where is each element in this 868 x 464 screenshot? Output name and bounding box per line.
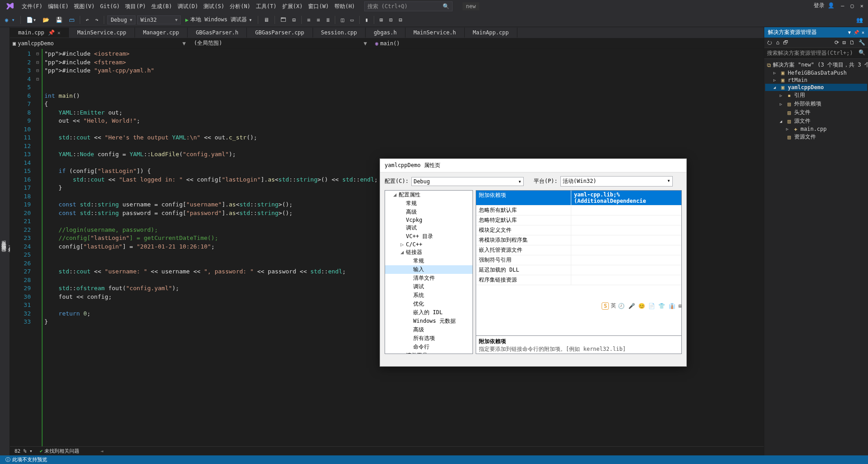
prop-tree-item[interactable]: ▷清单工具 <box>385 351 473 354</box>
tree-item[interactable]: ▷✚main.cpp <box>765 125 867 133</box>
tb-icon-3[interactable]: ⊟ <box>290 15 298 24</box>
redo-button[interactable]: ↷ <box>93 15 101 24</box>
hscroll-left[interactable]: ◄ <box>100 448 103 454</box>
close-panel-icon[interactable]: ✕ <box>862 30 864 35</box>
prop-config-combo[interactable]: Debug▾ <box>411 177 524 186</box>
prop-grid-row[interactable]: 模块定义文件 <box>476 225 681 235</box>
prop-tree-item[interactable]: 高级 <box>385 325 473 334</box>
editor-tab[interactable]: Session.cpp <box>313 28 366 38</box>
refresh-icon[interactable]: ⟳ <box>834 39 839 46</box>
bc-scope[interactable]: (全局范围)▼ <box>194 39 370 47</box>
menu-item[interactable]: 测试(S) <box>201 1 227 11</box>
tree-item[interactable]: ▤头文件 <box>765 108 867 117</box>
fold-column[interactable]: ⊟⊟⊟⊟ <box>36 49 42 446</box>
editor-tab[interactable]: GBGasParser.cpp <box>247 28 313 38</box>
new-file-button[interactable]: 📄▾ <box>24 15 39 24</box>
zoom-level[interactable]: 82 % ▾ <box>14 448 33 454</box>
menu-item[interactable]: Git(G) <box>97 1 122 11</box>
menu-item[interactable]: 项目(P) <box>122 1 149 11</box>
prop-tree-item[interactable]: Vcpkg <box>385 216 473 224</box>
prop-tree-item[interactable]: 调试 <box>385 282 473 291</box>
tree-item[interactable]: ▷▣rtMain <box>765 77 867 84</box>
menu-item[interactable]: 调试(D) <box>175 1 201 11</box>
menu-item[interactable]: 分析(N) <box>227 1 253 11</box>
prop-tree-item[interactable]: 嵌入的 IDL <box>385 308 473 317</box>
prop-grid-row[interactable]: 嵌入托管资源文件 <box>476 245 681 255</box>
menu-item[interactable]: 扩展(X) <box>280 1 306 11</box>
home-icon[interactable]: ⭮ <box>767 39 772 46</box>
solution-tree[interactable]: ⧉解决方案 "new" (3 个项目，共 3 个 ▷▣HefeiGBGasDat… <box>764 59 868 455</box>
prop-tree-item[interactable]: VC++ 目录 <box>385 232 473 241</box>
prop-grid-row[interactable]: 忽略特定默认库 <box>476 215 681 225</box>
prop-grid-row[interactable]: 强制符号引用 <box>476 255 681 265</box>
bc-project[interactable]: ▣ yamlcppDemo▼ <box>13 40 188 47</box>
prop-tree-item[interactable]: 系统 <box>385 291 473 300</box>
minimize-icon[interactable]: — <box>841 3 844 9</box>
save-button[interactable]: 💾 <box>53 15 65 24</box>
menu-item[interactable]: 编辑(E) <box>45 1 72 11</box>
open-button[interactable]: 📂 <box>40 15 52 24</box>
tb-icon-10[interactable]: ⊡ <box>387 15 395 24</box>
tb-icon-4[interactable]: ≡ <box>305 15 313 24</box>
tb-icon-2[interactable]: 🗔 <box>278 15 288 24</box>
tree-item[interactable]: ◢▤源文件 <box>765 117 867 125</box>
collapse-icon[interactable]: ⊟ <box>843 39 846 46</box>
properties-icon[interactable]: 🔧 <box>858 39 865 46</box>
tb-icon-6[interactable]: ≣ <box>324 15 332 24</box>
prop-grid-row[interactable]: 将模块添加到程序集 <box>476 235 681 245</box>
prop-tree-item[interactable]: 高级 <box>385 208 473 216</box>
platform-combo[interactable]: Win32▼ <box>137 15 181 24</box>
prop-tree-item[interactable]: ▷C/C++ <box>385 241 473 248</box>
prop-platform-combo[interactable]: 活动(Win32)▾ <box>560 176 673 187</box>
login-link[interactable]: 登录 👤 <box>814 2 834 10</box>
undo-button[interactable]: ↶ <box>83 15 91 24</box>
prop-tree-item[interactable]: 命令行 <box>385 343 473 351</box>
tree-item[interactable]: ▤资源文件 <box>765 133 867 141</box>
close-tab-icon[interactable]: ✕ <box>58 30 61 36</box>
live-share-icon[interactable]: 👥 <box>854 15 865 24</box>
prop-tree-item[interactable]: 调试 <box>385 224 473 232</box>
editor-tab[interactable]: gbgas.h <box>366 28 405 38</box>
editor-tab[interactable]: GBGasParser.h <box>188 28 247 38</box>
editor-tab[interactable]: MainService.cpp <box>69 28 135 38</box>
tb-icon-8[interactable]: ▭ <box>348 15 356 24</box>
prop-tree-item[interactable]: 所有选项 <box>385 334 473 343</box>
tree-item[interactable]: ▷▣HefeiGBGasDataPush <box>765 69 867 77</box>
tree-item[interactable]: ◢▣yamlcppDemo <box>765 84 867 91</box>
pin-icon[interactable]: 📌 <box>854 30 859 35</box>
prop-tree-item[interactable]: ◢链接器 <box>385 248 473 257</box>
editor-tab[interactable]: Manager.cpp <box>135 28 188 38</box>
tb-icon-1[interactable]: 🖥 <box>261 15 271 24</box>
prop-tree-item[interactable]: Windows 元数据 <box>385 317 473 325</box>
editor-tab[interactable]: MainService.h <box>405 28 465 38</box>
tree-item[interactable]: ▷▤外部依赖项 <box>765 100 867 108</box>
global-search-input[interactable]: 搜索 (Ctrl+Q) 🔍 <box>364 1 453 11</box>
menu-item[interactable]: 视图(V) <box>71 1 97 11</box>
solution-root[interactable]: ⧉解决方案 "new" (3 个项目，共 3 个 <box>765 61 867 69</box>
prop-tree-item[interactable]: 常规 <box>385 257 473 265</box>
menu-item[interactable]: 窗口(W) <box>305 1 332 11</box>
sync-icon[interactable]: 🗗 <box>783 39 788 46</box>
start-debug-button[interactable]: ▶本地 Windows 调试器 ▾ <box>183 15 255 24</box>
editor-tab[interactable]: MainApp.cpp <box>465 28 517 38</box>
tb-icon-7[interactable]: ◫ <box>338 15 346 24</box>
nav-back-button[interactable]: ◉ ▾ <box>3 15 17 24</box>
prop-tree-item[interactable]: 输入 <box>385 265 473 274</box>
solution-search[interactable]: 搜索解决方案资源管理器(Ctrl+;)🔍 <box>764 48 868 59</box>
tb-icon-5[interactable]: ≡ <box>314 15 322 24</box>
prop-grid-row[interactable]: 程序集链接资源 <box>476 275 681 285</box>
editor-tab[interactable]: main.cpp 📌 ✕ <box>10 28 69 38</box>
prop-tree-item[interactable]: 常规 <box>385 199 473 208</box>
menu-item[interactable]: 文件(F) <box>19 1 45 11</box>
menu-item[interactable]: 生成(B) <box>149 1 175 11</box>
maximize-icon[interactable]: ▢ <box>851 3 854 9</box>
tree-item[interactable]: ▷▪引用 <box>765 91 867 100</box>
ime-icon[interactable]: S <box>602 302 609 310</box>
prop-tree-item[interactable]: 优化 <box>385 300 473 308</box>
prop-grid-row[interactable]: 延迟加载的 DLL <box>476 265 681 275</box>
tb-icon-11[interactable]: ⊟ <box>397 15 405 24</box>
server-explorer-tab[interactable]: 服务器资源管理器 <box>0 31 7 450</box>
panel-menu-icon[interactable]: ▼ <box>848 30 851 35</box>
ime-toolbar[interactable]: S 英 🕗 🎤 😊 📄 👕 👔 ⊞ <box>602 302 682 310</box>
bookmark-icon[interactable]: ▮ <box>363 15 371 24</box>
